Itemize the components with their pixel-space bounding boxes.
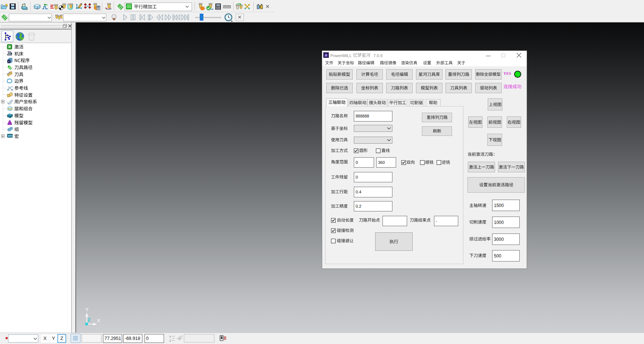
svg-text:MTD: MTD	[8, 135, 13, 137]
svg-text:X: X	[97, 318, 100, 323]
svg-text:Z: Z	[88, 317, 90, 323]
svg-text:Y: Y	[85, 307, 89, 312]
